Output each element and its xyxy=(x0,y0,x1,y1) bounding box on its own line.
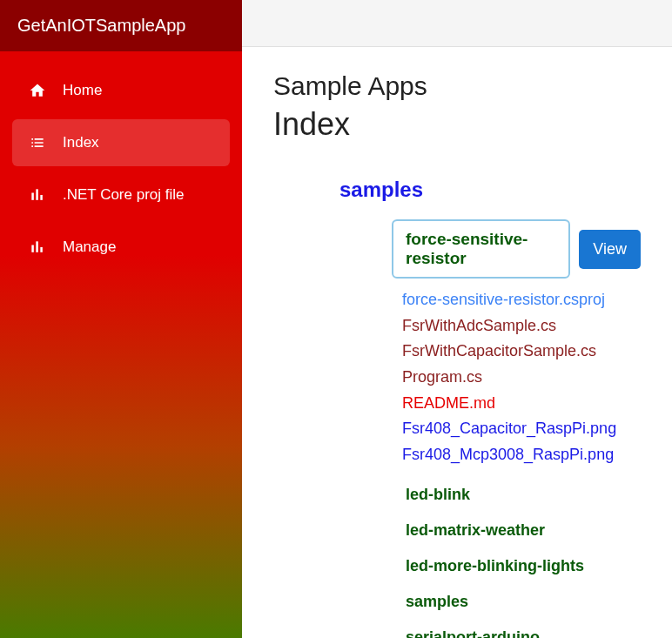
file-item-md[interactable]: README.md xyxy=(402,391,641,417)
file-item-cs[interactable]: FsrWithCapacitorSample.cs xyxy=(402,339,641,365)
main-content: Sample Apps Index samples force-sensitiv… xyxy=(242,0,672,638)
page-title: Index xyxy=(273,106,641,143)
file-item-png[interactable]: Fsr408_Capacitor_RaspPi.png xyxy=(402,416,641,442)
file-item-csproj[interactable]: force-sensitive-resistor.csproj xyxy=(402,287,641,313)
sidebar-item-label: .NET Core proj file xyxy=(63,186,185,204)
app-title: GetAnIOTSampleApp xyxy=(0,0,242,51)
svg-rect-4 xyxy=(36,241,38,252)
file-list: force-sensitive-resistor.csproj FsrWithA… xyxy=(392,287,641,468)
sidebar-item-label: Index xyxy=(63,134,99,151)
sidebar-item-label: Home xyxy=(63,82,102,99)
file-tree: samples force-sensitive-resistor View fo… xyxy=(273,178,641,638)
svg-rect-5 xyxy=(40,247,43,252)
svg-rect-1 xyxy=(36,189,38,200)
folder-open-row: force-sensitive-resistor View xyxy=(392,219,641,279)
equalizer-icon xyxy=(28,238,47,257)
home-icon xyxy=(28,81,47,100)
sidebar-item-index[interactable]: Index xyxy=(12,119,230,166)
sidebar-nav: Home Index .NET Core proj file Manage xyxy=(0,51,242,292)
folder-item[interactable]: serialport-arduino xyxy=(392,628,641,638)
sidebar-item-label: Manage xyxy=(63,238,116,256)
file-item-png[interactable]: Fsr408_Mcp3008_RaspPi.png xyxy=(402,442,641,468)
svg-rect-0 xyxy=(31,193,34,200)
folder-root[interactable]: samples xyxy=(339,178,641,202)
view-button[interactable]: View xyxy=(579,230,641,269)
file-item-cs[interactable]: FsrWithAdcSample.cs xyxy=(402,313,641,339)
list-icon xyxy=(28,133,47,152)
sidebar-item-home[interactable]: Home xyxy=(12,67,230,114)
folder-item[interactable]: led-matrix-weather xyxy=(392,521,641,540)
file-item-cs[interactable]: Program.cs xyxy=(402,365,641,391)
content-area: Sample Apps Index samples force-sensitiv… xyxy=(242,47,672,638)
sidebar-item-projfile[interactable]: .NET Core proj file xyxy=(12,171,230,218)
topbar xyxy=(242,0,672,47)
folder-children: force-sensitive-resistor View force-sens… xyxy=(339,219,641,638)
folder-open[interactable]: force-sensitive-resistor xyxy=(392,219,570,279)
svg-rect-2 xyxy=(40,195,43,200)
folder-item[interactable]: samples xyxy=(392,593,641,611)
page-subtitle: Sample Apps xyxy=(273,71,641,101)
folder-item[interactable]: led-more-blinking-lights xyxy=(392,557,641,575)
sidebar: GetAnIOTSampleApp Home Index .NET Core p… xyxy=(0,0,242,638)
equalizer-icon xyxy=(28,185,47,205)
sidebar-item-manage[interactable]: Manage xyxy=(12,224,230,271)
svg-rect-3 xyxy=(31,245,34,252)
folder-item[interactable]: led-blink xyxy=(392,486,641,504)
